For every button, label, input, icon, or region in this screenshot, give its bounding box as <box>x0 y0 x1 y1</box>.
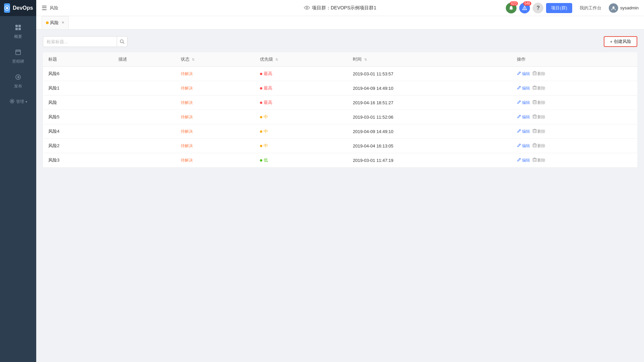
table-row: 风险1 待解决 最高 2019-04-09 14:49:10 编辑 <box>43 81 637 96</box>
workbench-button[interactable]: 我的工作台 <box>575 3 606 13</box>
cell-title-0: 风险6 <box>43 67 113 81</box>
delete-button-6[interactable]: 删除 <box>533 158 545 163</box>
svg-line-16 <box>123 43 124 44</box>
delete-button-2[interactable]: 删除 <box>533 100 545 106</box>
tab-risk[interactable]: 风险 ✕ <box>42 16 69 29</box>
delete-icon-3 <box>533 114 537 120</box>
delete-icon-1 <box>533 85 537 91</box>
delete-icon-0 <box>533 71 537 76</box>
cell-status-5: 待解决 <box>175 139 255 153</box>
user-menu[interactable]: sysadmin <box>609 3 639 13</box>
content: 风险 ✕ + 创建风险 <box>36 16 644 362</box>
table-row: 风险6 待解决 最高 2019-03-01 11:53:57 编辑 <box>43 67 637 81</box>
cell-priority-0: 最高 <box>255 67 347 81</box>
sidebar-item-release-label: 发布 <box>14 83 22 89</box>
alert-button[interactable]: 548 <box>519 3 530 13</box>
edit-button-5[interactable]: 编辑 <box>517 143 530 149</box>
main-container: ☰ 风险 项目群：DEVOPS示例项目群1 623 <box>36 0 644 362</box>
sidebar-item-milestone-label: 里程碑 <box>12 59 24 64</box>
risk-table: 标题 描述 状态 ⇅ 优先级 ⇅ <box>43 52 637 168</box>
table-row: 风险2 待解决 中 2019-04-04 16:13:05 编辑 <box>43 139 637 153</box>
cell-priority-3: 中 <box>255 110 347 124</box>
delete-button-0[interactable]: 删除 <box>533 71 545 77</box>
delete-icon-4 <box>533 129 537 134</box>
release-icon <box>15 74 21 82</box>
col-action: 操作 <box>512 52 637 67</box>
edit-button-4[interactable]: 编辑 <box>517 129 530 134</box>
content-tabs: 风险 ✕ <box>36 16 644 29</box>
edit-button-6[interactable]: 编辑 <box>517 158 530 163</box>
col-time[interactable]: 时间 ⇅ <box>347 52 512 67</box>
tab-risk-label: 风险 <box>50 20 59 26</box>
cell-status-3: 待解决 <box>175 110 255 124</box>
cell-desc-3 <box>113 110 175 124</box>
cell-desc-1 <box>113 81 175 96</box>
delete-button-5[interactable]: 删除 <box>533 143 545 149</box>
table-header-row: 标题 描述 状态 ⇅ 优先级 ⇅ <box>43 52 637 67</box>
edit-button-1[interactable]: 编辑 <box>517 85 530 91</box>
edit-icon-6 <box>517 158 521 163</box>
create-risk-button[interactable]: + 创建风险 <box>604 36 637 47</box>
project-group-button[interactable]: 项目(群) <box>546 3 572 13</box>
notification-bell-button[interactable]: 623 <box>506 3 517 13</box>
avatar <box>609 3 618 13</box>
sidebar-item-manage[interactable]: 管理 ▾ <box>0 94 36 110</box>
edit-button-0[interactable]: 编辑 <box>517 71 530 77</box>
sidebar-logo[interactable]: DevOps <box>0 0 36 16</box>
toolbar: + 创建风险 <box>43 36 637 47</box>
svg-rect-4 <box>18 28 21 30</box>
svg-rect-3 <box>15 28 18 30</box>
menu-button[interactable]: ☰ <box>42 4 47 12</box>
search-button[interactable] <box>117 36 127 47</box>
cell-title-3: 风险5 <box>43 110 113 124</box>
delete-button-3[interactable]: 删除 <box>533 114 545 120</box>
sidebar-nav: 概要 里程碑 发布 <box>0 16 36 362</box>
notification-badge: 623 <box>510 1 518 6</box>
help-button[interactable]: ? <box>533 3 543 13</box>
main-content: + 创建风险 标题 描述 <box>36 29 644 362</box>
cell-action-4: 编辑 删除 <box>512 124 637 139</box>
sidebar-item-release[interactable]: 发布 <box>0 69 36 94</box>
col-status[interactable]: 状态 ⇅ <box>175 52 255 67</box>
cell-time-2: 2019-04-16 18:51:27 <box>347 96 512 110</box>
sidebar-item-overview[interactable]: 概要 <box>0 19 36 44</box>
cell-priority-5: 中 <box>255 139 347 153</box>
delete-icon-6 <box>533 158 537 163</box>
cell-status-1: 待解决 <box>175 81 255 96</box>
svg-point-13 <box>525 9 525 9</box>
overview-icon <box>15 24 21 33</box>
sidebar-item-overview-label: 概要 <box>14 34 22 40</box>
cell-time-3: 2019-03-01 11:52:06 <box>347 110 512 124</box>
cell-action-3: 编辑 删除 <box>512 110 637 124</box>
cell-priority-4: 中 <box>255 124 347 139</box>
cell-status-4: 待解决 <box>175 124 255 139</box>
col-priority[interactable]: 优先级 ⇅ <box>255 52 347 67</box>
alert-badge: 548 <box>523 1 532 6</box>
svg-rect-1 <box>15 25 18 27</box>
svg-rect-33 <box>533 115 536 118</box>
sidebar-item-milestone[interactable]: 里程碑 <box>0 44 36 69</box>
svg-rect-28 <box>533 101 536 104</box>
edit-button-3[interactable]: 编辑 <box>517 114 530 120</box>
cell-title-4: 风险4 <box>43 124 113 139</box>
sidebar: DevOps 概要 里程碑 <box>0 0 36 362</box>
tab-risk-close[interactable]: ✕ <box>61 20 64 25</box>
search-input[interactable] <box>43 36 117 47</box>
header: ☰ 风险 项目群：DEVOPS示例项目群1 623 <box>36 0 644 16</box>
cell-desc-6 <box>113 153 175 168</box>
cell-time-5: 2019-04-04 16:13:05 <box>347 139 512 153</box>
cell-title-1: 风险1 <box>43 81 113 96</box>
delete-button-4[interactable]: 删除 <box>533 129 545 134</box>
logo-text: DevOps <box>13 5 33 11</box>
manage-label: 管理 <box>16 99 24 105</box>
svg-point-11 <box>306 7 308 8</box>
delete-button-1[interactable]: 删除 <box>533 85 545 91</box>
cell-action-1: 编辑 删除 <box>512 81 637 96</box>
priority-sort-icon: ⇅ <box>275 58 278 61</box>
manage-icon <box>9 99 15 105</box>
cell-time-4: 2019-04-09 14:49:10 <box>347 124 512 139</box>
edit-button-2[interactable]: 编辑 <box>517 100 530 106</box>
cell-time-0: 2019-03-01 11:53:57 <box>347 67 512 81</box>
milestone-icon <box>15 49 21 57</box>
eye-icon <box>304 5 310 11</box>
